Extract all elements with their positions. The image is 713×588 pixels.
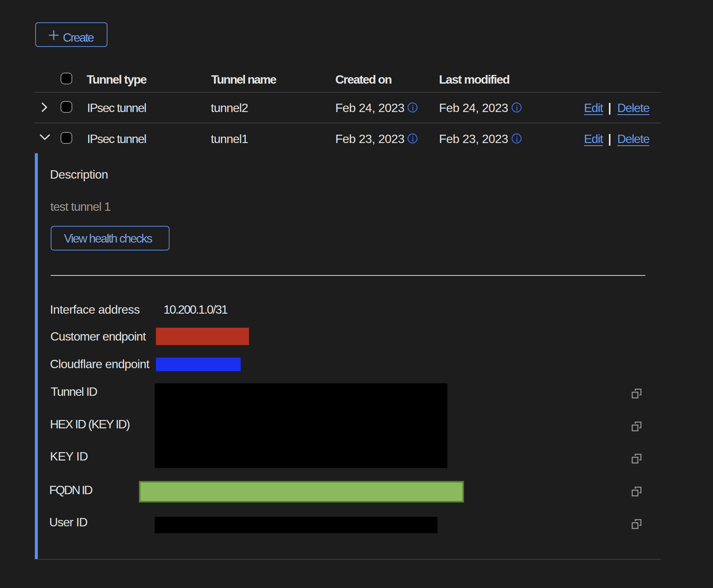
svg-text:i: i	[516, 134, 518, 143]
svg-text:i: i	[412, 103, 414, 112]
svg-text:i: i	[516, 103, 518, 112]
svg-text:i: i	[412, 134, 414, 143]
